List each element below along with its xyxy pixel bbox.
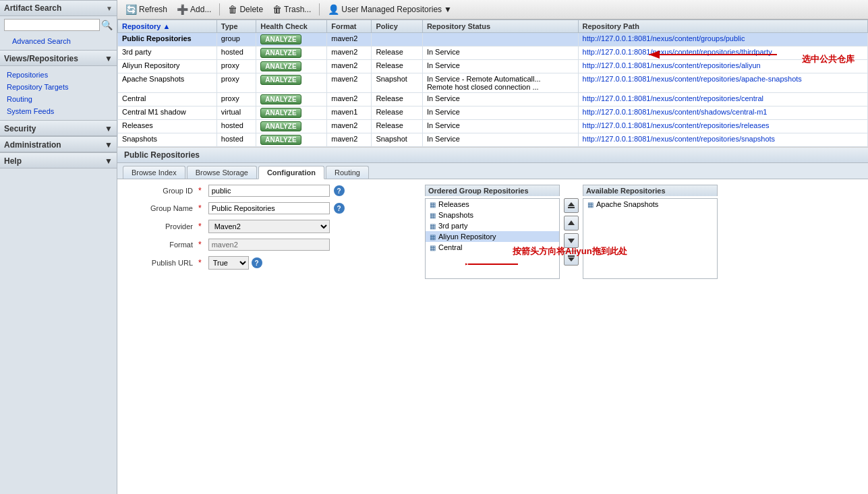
publish-url-help[interactable]: ?: [252, 257, 262, 268]
list-item-releases[interactable]: ▦ Releases: [426, 199, 559, 210]
cell-health-check[interactable]: ANALYZE: [256, 33, 327, 47]
sidebar-item-system-feeds[interactable]: System Feeds: [0, 105, 117, 117]
cell-policy: Release: [372, 120, 422, 133]
search-input[interactable]: [4, 19, 100, 31]
svg-marker-6: [568, 220, 575, 225]
cell-repo-name: Releases: [118, 120, 217, 133]
table-row[interactable]: Aliyun RepositoryproxyANALYZEmaven2Relea…: [118, 60, 868, 73]
group-id-help[interactable]: ?: [334, 185, 345, 196]
refresh-button[interactable]: 🔄 Refresh: [123, 3, 170, 16]
table-row[interactable]: SnapshotshostedANALYZEmaven2SnapshotIn S…: [118, 133, 868, 147]
cell-repo-name: Snapshots: [118, 133, 217, 147]
list-item-central[interactable]: ▦ Central: [426, 242, 559, 253]
advanced-search-link[interactable]: Advanced Search: [5, 35, 111, 47]
list-item-snapshots[interactable]: ▦ Snapshots: [426, 210, 559, 220]
publish-url-select[interactable]: True False: [208, 256, 249, 270]
cell-path: http://127.0.0.1:8081/nexus/content/repo…: [578, 93, 867, 106]
views-repos-header[interactable]: Views/Repositories ▼: [0, 50, 117, 66]
analyze-button[interactable]: ANALYZE: [260, 135, 301, 145]
trash-button[interactable]: 🗑 Trash...: [270, 3, 314, 16]
administration-arrow: ▼: [105, 140, 113, 150]
administration-label: Administration: [4, 140, 61, 150]
tab-browse-index[interactable]: Browse Index: [123, 166, 185, 179]
cell-health-check[interactable]: ANALYZE: [256, 106, 327, 120]
cell-policy: Release: [372, 60, 422, 73]
group-name-input[interactable]: [208, 202, 330, 214]
security-label: Security: [4, 124, 36, 133]
analyze-button[interactable]: ANALYZE: [260, 75, 301, 85]
refresh-label: Refresh: [139, 5, 167, 14]
col-type[interactable]: Type: [216, 20, 256, 33]
svg-rect-5: [568, 207, 575, 208]
cell-format: maven1: [327, 106, 372, 120]
svg-rect-9: [568, 255, 575, 257]
col-path[interactable]: Repository Path: [578, 20, 867, 33]
analyze-button[interactable]: ANALYZE: [260, 94, 301, 104]
table-row[interactable]: Central M1 shadowvirtualANALYZEmaven1Rel…: [118, 106, 868, 120]
cell-path: http://127.0.0.1:8081/nexus/content/shad…: [578, 106, 867, 120]
sidebar-item-repositories[interactable]: Repositories: [0, 69, 117, 81]
bottom-panel: Public Repositories Browse Index Browse …: [117, 148, 868, 494]
cell-policy: Release: [372, 47, 422, 60]
table-row[interactable]: Public RepositoriesgroupANALYZEmaven2htt…: [118, 33, 868, 47]
repo-item-icon: ▦: [430, 222, 436, 230]
analyze-button[interactable]: ANALYZE: [260, 108, 301, 118]
cell-repo-name: Central M1 shadow: [118, 106, 217, 120]
administration-header[interactable]: Administration ▼: [0, 136, 117, 152]
analyze-button[interactable]: ANALYZE: [260, 34, 301, 44]
tab-routing[interactable]: Routing: [326, 166, 369, 179]
publish-url-label: Publish URL: [125, 259, 193, 267]
table-row[interactable]: ReleaseshostedANALYZEmaven2ReleaseIn Ser…: [118, 120, 868, 133]
group-id-input[interactable]: [208, 185, 330, 197]
col-policy[interactable]: Policy: [372, 20, 422, 33]
col-status[interactable]: Repository Status: [422, 20, 578, 33]
cell-status: In Service: [422, 93, 578, 106]
search-icon[interactable]: 🔍: [101, 20, 113, 30]
repository-table-body: Public RepositoriesgroupANALYZEmaven2htt…: [118, 33, 868, 147]
help-header[interactable]: Help ▼: [0, 152, 117, 168]
cell-path: http://127.0.0.1:8081/nexus/content/repo…: [578, 133, 867, 147]
analyze-button[interactable]: ANALYZE: [260, 48, 301, 58]
analyze-button[interactable]: ANALYZE: [260, 121, 301, 131]
svg-marker-7: [568, 239, 575, 243]
group-id-label: Group ID: [125, 187, 193, 195]
col-format[interactable]: Format: [327, 20, 372, 33]
move-down-button[interactable]: [564, 233, 579, 248]
views-repos-label: Views/Repositories: [4, 54, 78, 63]
list-item-3rd-party[interactable]: ▦ 3rd party: [426, 220, 559, 231]
list-item-aliyun[interactable]: ▦ Aliyun Repository: [426, 231, 559, 242]
cell-health-check[interactable]: ANALYZE: [256, 73, 327, 93]
sidebar-item-routing[interactable]: Routing: [0, 93, 117, 105]
list-item-apache-snapshots[interactable]: ▦ Apache Snapshots: [583, 199, 717, 210]
tab-configuration[interactable]: Configuration: [258, 166, 324, 179]
move-top-button[interactable]: [564, 198, 579, 213]
table-row[interactable]: CentralproxyANALYZEmaven2ReleaseIn Servi…: [118, 93, 868, 106]
ordered-repos-list[interactable]: ▦ Releases ▦ Snapshots ▦ 3rd party: [425, 198, 560, 279]
move-up-button[interactable]: [564, 216, 579, 230]
delete-button[interactable]: 🗑 Delete: [225, 3, 266, 16]
publish-url-row: Publish URL * True False ?: [125, 256, 409, 270]
security-header[interactable]: Security ▼: [0, 120, 117, 136]
ordered-repos-box: Ordered Group Repositories ▦ Releases ▦ …: [425, 185, 560, 279]
user-managed-button[interactable]: 👤 User Managed Repositories ▼: [325, 3, 455, 16]
cell-health-check[interactable]: ANALYZE: [256, 120, 327, 133]
artifact-search-header[interactable]: Artifact Search ▼: [0, 0, 117, 16]
col-repository[interactable]: Repository ▲: [118, 20, 217, 33]
sidebar-item-repository-targets[interactable]: Repository Targets: [0, 81, 117, 93]
col-healthcheck[interactable]: Health Check: [256, 20, 327, 33]
group-name-help[interactable]: ?: [334, 203, 345, 214]
cell-health-check[interactable]: ANALYZE: [256, 47, 327, 60]
add-button[interactable]: ➕ Add...: [174, 3, 214, 16]
table-row[interactable]: 3rd partyhostedANALYZEmaven2ReleaseIn Se…: [118, 47, 868, 60]
cell-repo-type: proxy: [216, 73, 256, 93]
tab-browse-storage[interactable]: Browse Storage: [187, 166, 257, 179]
analyze-button[interactable]: ANALYZE: [260, 61, 301, 71]
move-bottom-button[interactable]: [564, 251, 579, 266]
cell-health-check[interactable]: ANALYZE: [256, 133, 327, 147]
group-name-label: Group Name: [125, 204, 193, 212]
cell-health-check[interactable]: ANALYZE: [256, 93, 327, 106]
provider-select[interactable]: Maven2: [208, 220, 330, 233]
table-row[interactable]: Apache SnapshotsproxyANALYZEmaven2Snapsh…: [118, 73, 868, 93]
cell-health-check[interactable]: ANALYZE: [256, 60, 327, 73]
available-repos-list[interactable]: ▦ Apache Snapshots: [583, 198, 718, 279]
